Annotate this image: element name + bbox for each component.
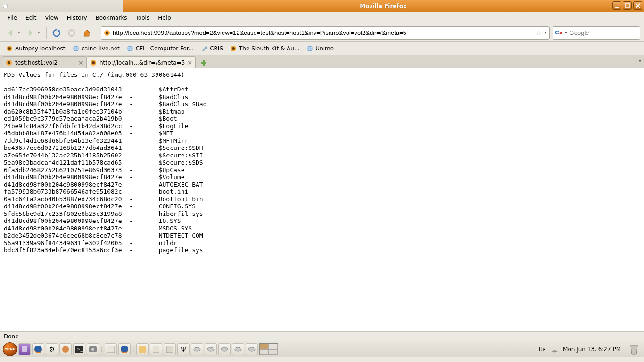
search-input[interactable] <box>570 29 644 36</box>
svg-point-38 <box>235 347 241 351</box>
taskbar-app-a[interactable] <box>136 343 149 355</box>
settings-launcher-icon[interactable]: ⚙ <box>46 343 58 355</box>
status-text: Done <box>4 333 19 340</box>
tab-0[interactable]: test:host1:vol2× <box>2 56 87 68</box>
tab-close-icon[interactable]: × <box>78 59 83 66</box>
svg-point-29 <box>91 348 94 351</box>
bookmark-label: caine-live.net <box>82 45 120 52</box>
taskbar-app-b[interactable] <box>150 343 162 355</box>
bookmark-3[interactable]: CRIS <box>198 43 226 54</box>
svg-point-12 <box>8 47 11 50</box>
autopsy-icon <box>90 59 97 66</box>
menu-view[interactable]: View <box>41 13 62 23</box>
titlebar-inactive-region <box>0 0 123 12</box>
toolbar-separator <box>97 27 97 39</box>
show-desktop-icon[interactable] <box>18 343 31 355</box>
globe-icon <box>72 45 80 52</box>
svg-point-35 <box>194 347 200 351</box>
tab-bar: test:host1:vol2×http://localh...&dir=/&m… <box>0 55 644 68</box>
taskbar-disk-5[interactable] <box>246 343 258 355</box>
svg-rect-30 <box>107 346 115 353</box>
window-menu-icon[interactable] <box>3 4 8 8</box>
globe-icon <box>126 45 134 52</box>
menu-tools[interactable]: Tools <box>132 13 154 23</box>
terminal-launcher-icon[interactable]: >_ <box>73 343 85 355</box>
taskbar-separator: ⋮ <box>100 343 103 355</box>
taskbar-app-d[interactable]: Ψ <box>177 343 190 355</box>
clock[interactable]: Mon Jun 13, 6:27 PM <box>563 346 621 353</box>
window-title: Mozilla Firefox <box>360 3 406 9</box>
bookmark-0[interactable]: Autopsy localhost <box>3 43 68 54</box>
svg-point-21 <box>92 61 95 64</box>
bookmark-1[interactable]: caine-live.net <box>69 43 123 54</box>
back-button[interactable] <box>4 26 17 40</box>
autopsy-icon <box>230 45 237 52</box>
tab-close-icon[interactable]: × <box>187 59 192 66</box>
stop-button[interactable] <box>66 27 78 39</box>
maximize-button[interactable] <box>623 1 632 10</box>
bookmark-4[interactable]: The Sleuth Kit & Au... <box>227 43 302 54</box>
svg-point-39 <box>248 347 255 351</box>
titlebar-active-region[interactable]: Mozilla Firefox <box>123 0 644 12</box>
tab-list-dropdown[interactable]: ▾ <box>639 58 641 63</box>
url-input[interactable] <box>113 29 534 36</box>
taskbar-window-1[interactable] <box>105 343 117 355</box>
svg-point-19 <box>8 61 10 64</box>
tab-label: http://localh...&dir=/&meta=5 <box>99 59 185 66</box>
screenshot-launcher-icon[interactable] <box>87 343 99 355</box>
bookmark-2[interactable]: CFI - Computer For... <box>124 43 197 54</box>
taskbar-window-2[interactable] <box>118 343 131 355</box>
navigation-toolbar: ▾ ▾ ☆ ▾ Go ▾ <box>0 24 644 42</box>
url-dropdown[interactable]: ▾ <box>544 31 547 35</box>
svg-rect-33 <box>153 346 159 353</box>
forward-history-dropdown[interactable]: ▾ <box>38 31 42 35</box>
bookmark-label: Autopsy localhost <box>15 45 66 52</box>
back-history-dropdown[interactable]: ▾ <box>18 31 23 35</box>
bookmark-star-icon[interactable]: ☆ <box>536 29 542 37</box>
network-icon[interactable] <box>551 346 558 353</box>
autopsy-icon <box>5 59 13 66</box>
taskbar-disk-3[interactable] <box>218 343 231 355</box>
svg-rect-34 <box>166 346 173 353</box>
menu-bar: File Edit View History Bookmarks Tools H… <box>0 12 644 24</box>
applications-menu-button[interactable]: MENU <box>3 342 17 356</box>
menu-help[interactable]: Help <box>154 13 174 23</box>
search-engine-dropdown[interactable]: ▾ <box>564 31 568 35</box>
url-bar[interactable]: ☆ ▾ <box>101 26 550 40</box>
taskbar-disk-4[interactable] <box>232 343 244 355</box>
bookmark-label: The Sleuth Kit & Au... <box>239 45 299 52</box>
forward-button[interactable] <box>24 26 37 40</box>
svg-rect-24 <box>22 346 27 352</box>
workspace-switcher[interactable] <box>259 343 278 355</box>
reload-button[interactable] <box>50 27 63 39</box>
svg-point-40 <box>554 351 555 352</box>
trash-icon[interactable] <box>629 343 641 355</box>
taskbar-disk-1[interactable] <box>191 343 203 355</box>
menu-bookmarks[interactable]: Bookmarks <box>92 13 131 23</box>
bookmark-label: CRIS <box>210 45 223 52</box>
taskbar-disk-2[interactable] <box>205 343 217 355</box>
taskbar-separator: ⋮ <box>132 343 135 355</box>
svg-point-8 <box>106 32 108 34</box>
svg-text:>_: >_ <box>77 347 83 352</box>
site-identity-icon[interactable] <box>103 29 111 37</box>
firefox-launcher-icon[interactable] <box>32 343 44 355</box>
menu-edit[interactable]: Edit <box>22 13 40 23</box>
close-button[interactable] <box>633 1 642 10</box>
bookmark-5[interactable]: Unimo <box>303 43 337 54</box>
search-box[interactable]: Go ▾ <box>553 26 640 40</box>
os-taskbar: MENU ⚙ >_ ⋮ ⋮ Ψ Ita Mon Jun 13, 6:27 PM <box>0 341 644 357</box>
menu-file[interactable]: File <box>4 13 21 23</box>
minimize-button[interactable] <box>612 1 621 10</box>
page-content[interactable]: MD5 Values for files in C:/ (img.000-63-… <box>0 68 644 331</box>
nautilus-launcher-icon[interactable] <box>59 343 72 355</box>
search-engine-icon[interactable]: Go <box>555 30 563 36</box>
window-titlebar: Mozilla Firefox <box>0 0 644 12</box>
new-tab-button[interactable] <box>198 58 209 68</box>
taskbar-app-c[interactable] <box>164 343 176 355</box>
keyboard-layout-indicator[interactable]: Ita <box>538 346 546 353</box>
home-button[interactable] <box>81 27 93 39</box>
menu-history[interactable]: History <box>63 13 91 23</box>
bookmark-label: CFI - Computer For... <box>136 45 194 52</box>
tab-1[interactable]: http://localh...&dir=/&meta=5× <box>86 56 196 68</box>
